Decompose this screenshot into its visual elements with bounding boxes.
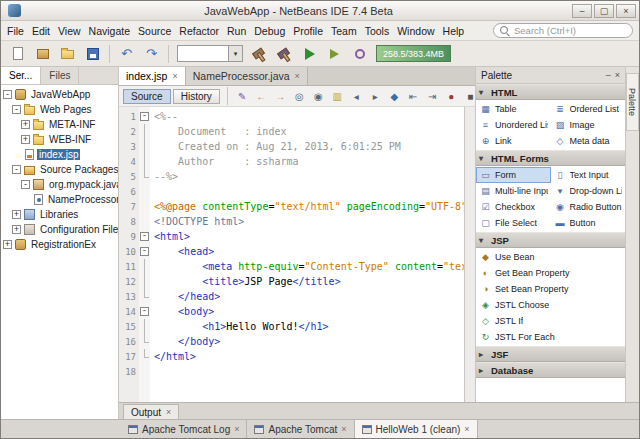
editor-toggle-bookmark-button[interactable]: ◆ (385, 88, 404, 105)
palette-minimize-icon[interactable]: – (606, 71, 611, 80)
editor-previous-bookmark-button[interactable]: ◂ (347, 88, 366, 105)
palette-item-table[interactable]: ▦Table (476, 101, 551, 117)
menu-navigate[interactable]: Navigate (85, 22, 134, 40)
close-button[interactable]: × (616, 4, 636, 18)
palette-item-checkbox[interactable]: ☑Checkbox (476, 199, 551, 215)
toolbar-redo-button[interactable]: ↷ (139, 43, 164, 65)
toolbar-undo-button[interactable]: ↶ (114, 43, 139, 65)
tree-expander[interactable]: - (3, 90, 12, 99)
tree-node-javawebapp[interactable]: -JavaWebApp (1, 87, 118, 102)
menu-team[interactable]: Team (327, 22, 361, 40)
menu-window[interactable]: Window (393, 22, 438, 40)
palette-item-jstl-for-each[interactable]: ↻JSTL For Each (476, 329, 625, 345)
history-view-button[interactable]: History (173, 89, 220, 104)
palette-item-image[interactable]: ▨Image (551, 117, 626, 133)
tree-expander[interactable]: - (12, 165, 21, 174)
palette-item-unordered-list[interactable]: ≡Unordered List (476, 117, 551, 133)
close-icon[interactable]: × (464, 425, 469, 434)
memory-gauge[interactable]: 258.5/383.4MB (376, 45, 451, 62)
palette-item-meta-data[interactable]: ◇Meta data (551, 133, 626, 149)
editor-find-occurrences-button[interactable]: ◉ (309, 88, 328, 105)
tree-expander[interactable]: + (3, 240, 12, 249)
output-tab-apache-tomcat-log[interactable]: Apache Tomcat Log× (121, 420, 247, 438)
tree-node-index-jsp[interactable]: index.jsp (1, 147, 118, 162)
palette-item-text-input[interactable]: ▯Text Input (551, 167, 626, 183)
tree-expander[interactable]: + (21, 120, 30, 129)
palette-section-html[interactable]: ▾HTML (476, 84, 625, 100)
palette-section-html-forms[interactable]: ▾HTML Forms (476, 150, 625, 166)
fold-start-marker[interactable] (139, 229, 150, 244)
tree-node-web-pages[interactable]: -Web Pages (1, 102, 118, 117)
palette-item-file-select[interactable]: ▢File Select (476, 215, 551, 231)
close-icon[interactable]: × (295, 72, 300, 81)
close-icon[interactable]: × (234, 425, 239, 434)
menu-debug[interactable]: Debug (250, 22, 289, 40)
menu-file[interactable]: File (3, 22, 28, 40)
toolbar-save-all-button[interactable] (80, 43, 105, 65)
toolbar-build-button[interactable] (247, 43, 272, 65)
palette-item-get-bean-property[interactable]: ◐Get Bean Property (476, 265, 625, 281)
close-icon[interactable]: × (166, 408, 171, 417)
palette-item-jstl-choose[interactable]: ◈JSTL Choose (476, 297, 625, 313)
tree-node-libraries[interactable]: +Libraries (1, 207, 118, 222)
toolbar-open-project-button[interactable] (55, 43, 80, 65)
close-icon[interactable]: × (341, 425, 346, 434)
configuration-combobox[interactable]: ▾ (177, 45, 243, 62)
palette-item-use-bean[interactable]: ◆Use Bean (476, 249, 625, 265)
palette-item-jstl-if[interactable]: ◇JSTL If (476, 313, 625, 329)
tree-node-registrationex[interactable]: +RegistrationEx (1, 237, 118, 252)
tree-node-nameprocessor-java[interactable]: NameProcessor.java (1, 192, 118, 207)
tree-node-configuration-files[interactable]: +Configuration Files (1, 222, 118, 237)
palette-close-icon[interactable]: × (615, 71, 620, 80)
tree-expander[interactable]: + (21, 135, 30, 144)
fold-start-marker[interactable] (139, 244, 150, 259)
palette-item-drop-down-list[interactable]: ▾Drop-down List (551, 183, 626, 199)
tree-expander[interactable]: - (12, 105, 21, 114)
menu-profile[interactable]: Profile (289, 22, 327, 40)
toolbar-new-file-button[interactable] (5, 43, 30, 65)
menu-view[interactable]: View (54, 22, 85, 40)
editor-tab-nameprocessor-java[interactable]: NameProcessor.java× (186, 67, 308, 85)
editor-next-bookmark-button[interactable]: ▸ (366, 88, 385, 105)
tree-expander[interactable]: + (12, 210, 21, 219)
editor-tab-index-jsp[interactable]: index.jsp× (119, 67, 186, 85)
palette-section-jsf[interactable]: ▸JSF (476, 346, 625, 362)
editor-find-selection-button[interactable]: ◎ (290, 88, 309, 105)
output-tab-apache-tomcat[interactable]: Apache Tomcat× (247, 420, 354, 438)
code-editor[interactable]: 1<%--2 Document : index3 Created on : Au… (119, 107, 475, 402)
fold-start-marker[interactable] (139, 304, 150, 319)
palette-section-jsp[interactable]: ▾JSP (476, 232, 625, 248)
close-icon[interactable]: × (172, 72, 177, 81)
editor-forward-button[interactable]: → (271, 88, 290, 105)
maximize-button[interactable]: ▢ (594, 4, 614, 18)
menu-refactor[interactable]: Refactor (175, 22, 223, 40)
tree-expander[interactable]: - (21, 180, 30, 189)
toolbar-new-project-button[interactable] (30, 43, 55, 65)
menu-run[interactable]: Run (223, 22, 250, 40)
palette-item-multi-line-input[interactable]: ▤Multi-line Input (476, 183, 551, 199)
editor-shift-left-button[interactable]: ⇤ (404, 88, 423, 105)
menu-source[interactable]: Source (134, 22, 175, 40)
tree-node-meta-inf[interactable]: +META-INF (1, 117, 118, 132)
palette-item-form[interactable]: ▭Form (476, 167, 551, 183)
palette-item-link[interactable]: ⊕Link (476, 133, 551, 149)
fold-start-marker[interactable] (139, 109, 150, 124)
toolbar-clean-build-button[interactable] (272, 43, 297, 65)
toolbar-profile-button[interactable] (347, 43, 372, 65)
search-box[interactable] (493, 23, 633, 38)
editor-last-edit-button[interactable]: ✎ (233, 88, 252, 105)
editor-scrollbar[interactable] (464, 107, 475, 402)
editor-back-button[interactable]: ← (252, 88, 271, 105)
tree-node-source-packages[interactable]: -Source Packages (1, 162, 118, 177)
palette-section-database[interactable]: ▸Database (476, 362, 625, 378)
palette-item-button[interactable]: ▬Button (551, 215, 626, 231)
toolbar-run-button[interactable] (297, 43, 322, 65)
explorer-tab-ser[interactable]: Ser... (1, 67, 41, 84)
title-bar[interactable]: JavaWebApp - NetBeans IDE 7.4 Beta –▢× (1, 1, 639, 21)
menu-tools[interactable]: Tools (361, 22, 394, 40)
tree-expander[interactable]: + (12, 225, 21, 234)
source-view-button[interactable]: Source (123, 89, 171, 104)
output-window-tab[interactable]: Output × (123, 404, 179, 419)
toolbar-debug-button[interactable] (322, 43, 347, 65)
tree-node-web-inf[interactable]: +WEB-INF (1, 132, 118, 147)
